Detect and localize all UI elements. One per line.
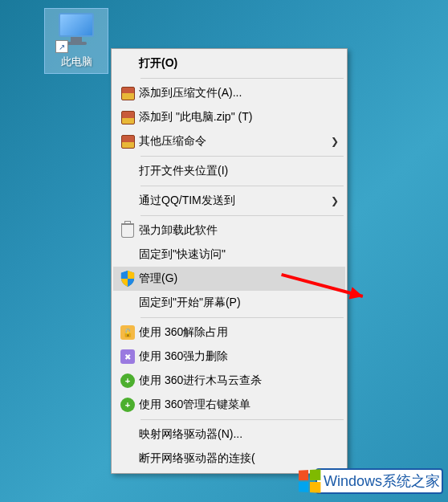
menu-item-open[interactable]: 打开(O) — [113, 51, 345, 76]
empty-icon — [116, 246, 139, 263]
svg-marker-1 — [348, 287, 365, 303]
desktop-icon-this-pc[interactable]: ↗ 此电脑 — [44, 8, 108, 74]
context-menu: 打开(O) 添加到压缩文件(A)... 添加到 "此电脑.zip" (T) 其他… — [111, 48, 348, 474]
trash-icon — [121, 223, 134, 238]
menu-item-360-manage-menu[interactable]: + 使用 360管理右键菜单 — [113, 393, 345, 417]
shield-icon — [120, 271, 135, 287]
empty-icon — [116, 294, 139, 312]
desktop-icon-label: 此电脑 — [61, 55, 92, 69]
menu-item-add-archive[interactable]: 添加到压缩文件(A)... — [113, 81, 345, 105]
empty-icon — [116, 192, 139, 210]
menu-item-360-force-delete[interactable]: ✖ 使用 360强力删除 — [113, 345, 345, 369]
menu-item-map-drive[interactable]: 映射网络驱动器(N)... — [113, 422, 345, 447]
menu-separator — [141, 186, 344, 186]
watermark-text: Windows系统之家 — [316, 468, 443, 494]
menu-item-360-unlock[interactable]: 🔓 使用 360解除占用 — [113, 320, 345, 345]
chevron-right-icon: ❯ — [331, 195, 339, 206]
menu-separator — [141, 78, 344, 79]
empty-icon — [116, 55, 139, 72]
menu-separator — [141, 317, 344, 318]
windows-logo-icon — [299, 469, 320, 492]
menu-item-360-scan[interactable]: + 使用 360进行木马云查杀 — [113, 369, 345, 393]
menu-item-force-uninstall[interactable]: 强力卸载此软件 — [113, 218, 345, 243]
menu-item-pin-quick-access[interactable]: 固定到"快速访问" — [113, 243, 345, 267]
menu-separator — [141, 156, 344, 157]
menu-item-pin-start[interactable]: 固定到"开始"屏幕(P) — [113, 291, 345, 315]
archive-icon — [121, 135, 135, 149]
menu-item-manage[interactable]: 管理(G) — [113, 267, 345, 291]
scan-icon: + — [120, 373, 135, 388]
unlock-icon: 🔓 — [120, 325, 135, 340]
menu-item-send-qq[interactable]: 通过QQ/TIM发送到 ❯ — [113, 189, 345, 213]
menu-separator — [141, 419, 344, 420]
computer-icon: ↗ — [57, 13, 96, 51]
empty-icon — [116, 450, 139, 467]
empty-icon — [116, 426, 139, 443]
chevron-right-icon: ❯ — [331, 136, 339, 147]
shortcut-arrow-icon: ↗ — [55, 40, 68, 53]
archive-icon — [121, 111, 135, 124]
menu-item-other-compress[interactable]: 其他压缩命令 ❯ — [113, 129, 345, 153]
empty-icon — [116, 162, 139, 180]
watermark: Windows系统之家 — [293, 467, 448, 496]
menu-separator — [141, 215, 344, 216]
manage-menu-icon: + — [120, 398, 135, 412]
force-delete-icon: ✖ — [120, 349, 135, 364]
menu-item-add-zip[interactable]: 添加到 "此电脑.zip" (T) — [113, 105, 345, 129]
menu-item-open-location[interactable]: 打开文件夹位置(I) — [113, 159, 345, 183]
archive-icon — [121, 87, 135, 100]
